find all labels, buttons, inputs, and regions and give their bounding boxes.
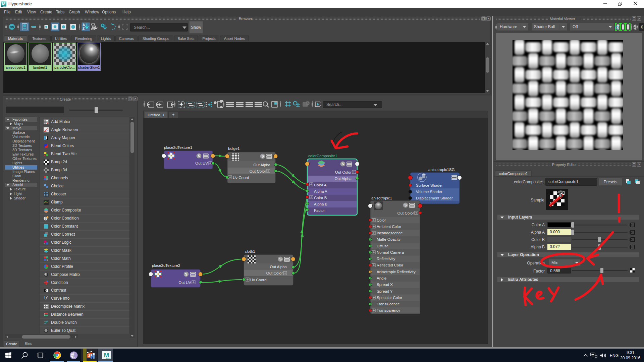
svg-text:Spread X: Spread X bbox=[377, 283, 393, 287]
svg-text:Reflected Color: Reflected Color bbox=[377, 263, 403, 267]
svg-text:Out Color: Out Color bbox=[250, 169, 266, 173]
svg-text:Translucence: Translucence bbox=[377, 302, 400, 306]
svg-text:S: S bbox=[185, 273, 187, 276]
svg-text:ON: ON bbox=[10, 25, 14, 29]
svg-text:cloth1: cloth1 bbox=[245, 249, 255, 253]
svg-text:3: 3 bbox=[88, 354, 90, 358]
svg-text:S: S bbox=[405, 203, 407, 207]
svg-text:anisotropic1: anisotropic1 bbox=[371, 196, 392, 200]
svg-text:A: A bbox=[83, 23, 85, 27]
svg-text:bulge1: bulge1 bbox=[228, 146, 240, 150]
svg-text:Out UV: Out UV bbox=[178, 281, 191, 285]
svg-text:place2dTexture2: place2dTexture2 bbox=[152, 263, 180, 267]
svg-text:Angle: Angle bbox=[377, 276, 386, 280]
svg-text:Surface Shader: Surface Shader bbox=[416, 183, 443, 187]
svg-text:x: x bbox=[47, 258, 48, 261]
svg-text:S: S bbox=[279, 257, 282, 261]
svg-text:Alpha A: Alpha A bbox=[314, 189, 327, 193]
svg-text:colorComposite1: colorComposite1 bbox=[308, 154, 337, 158]
svg-text:Out Color: Out Color bbox=[266, 271, 283, 275]
svg-text:anisotropic1SG: anisotropic1SG bbox=[428, 168, 455, 172]
svg-text:Incandescence: Incandescence bbox=[377, 231, 402, 235]
svg-text:Z: Z bbox=[83, 27, 85, 31]
svg-text:Normal Camera: Normal Camera bbox=[377, 250, 404, 254]
svg-text:?: ? bbox=[45, 217, 47, 220]
svg-text:Alpha B: Alpha B bbox=[314, 202, 328, 206]
svg-text:Color A: Color A bbox=[314, 183, 327, 187]
svg-text:Reflectivity: Reflectivity bbox=[377, 257, 395, 261]
svg-text:MAYA: MAYA bbox=[106, 358, 111, 359]
svg-text:place2dTexture1: place2dTexture1 bbox=[164, 145, 192, 149]
svg-text:Color B: Color B bbox=[314, 196, 327, 200]
svg-text:Out Color: Out Color bbox=[335, 170, 352, 174]
svg-text:Ambient Color: Ambient Color bbox=[377, 225, 401, 229]
svg-text:S: S bbox=[198, 154, 200, 158]
svg-text:Out UV: Out UV bbox=[195, 161, 208, 165]
svg-text:S: S bbox=[262, 155, 264, 158]
svg-text:Out Alpha: Out Alpha bbox=[253, 163, 270, 167]
svg-text:i: i bbox=[44, 296, 45, 299]
svg-text:T: T bbox=[169, 156, 170, 159]
svg-text:Uv Coord: Uv Coord bbox=[250, 278, 267, 282]
svg-text:Spread Y: Spread Y bbox=[377, 289, 393, 293]
svg-text:Volume Shader: Volume Shader bbox=[416, 190, 442, 194]
svg-text:Displacement Shader: Displacement Shader bbox=[416, 196, 453, 200]
svg-text:T: T bbox=[156, 275, 157, 278]
svg-text:Out Color: Out Color bbox=[397, 211, 414, 215]
svg-text:Matte Opacity: Matte Opacity bbox=[377, 237, 400, 241]
svg-text:Out Alpha: Out Alpha bbox=[270, 265, 287, 269]
svg-text:Factor: Factor bbox=[314, 208, 325, 213]
svg-text:MAYA: MAYA bbox=[3, 6, 6, 7]
svg-text:Transparency: Transparency bbox=[377, 308, 400, 312]
svg-text:Anisotropic Reflectivity: Anisotropic Reflectivity bbox=[377, 270, 416, 274]
svg-text:Out Alpha: Out Alpha bbox=[334, 177, 352, 181]
svg-text:S: S bbox=[342, 162, 344, 166]
svg-text:Uv Coord: Uv Coord bbox=[233, 176, 249, 180]
svg-text:Color: Color bbox=[377, 218, 386, 222]
svg-text:Specular Color: Specular Color bbox=[377, 296, 402, 300]
svg-text:Diffuse: Diffuse bbox=[377, 244, 389, 248]
